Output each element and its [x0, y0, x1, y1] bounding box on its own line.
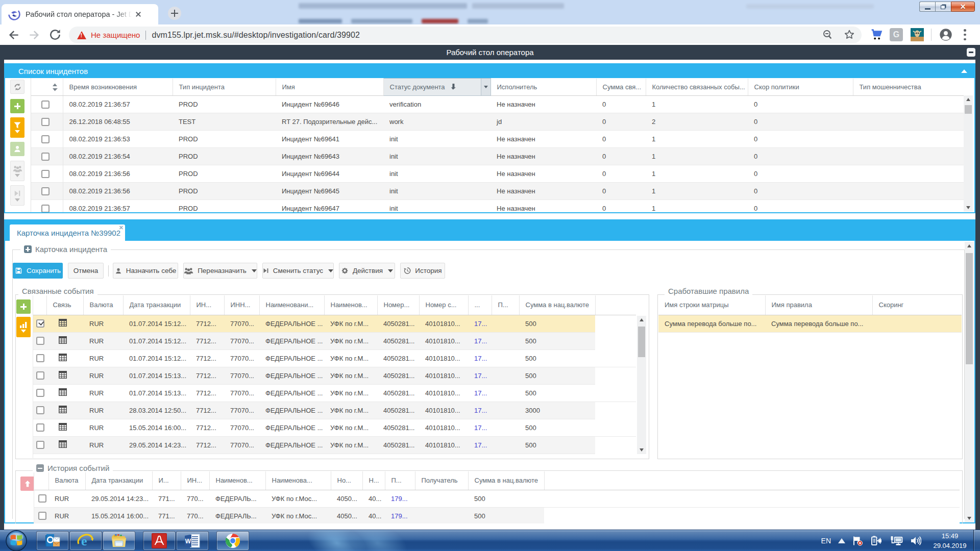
related-column-header[interactable]: Дата транзакции — [123, 295, 190, 315]
history-column-header[interactable]: ИН... — [181, 471, 209, 490]
rules-column-header[interactable]: Имя правила — [765, 295, 872, 315]
incident-row[interactable]: 26.12.2018 06:48:55TESTRT 27. Подозрител… — [31, 113, 964, 131]
history-row[interactable]: RUR29.05.2014 14:23...771...770...ФЕДЕРА… — [34, 490, 960, 507]
show-desktop-button[interactable] — [973, 530, 980, 551]
related-event-row[interactable]: RUR29.05.2014 14:23...7712...77070...ФЕД… — [33, 436, 636, 454]
assign-user-button[interactable] — [10, 142, 24, 156]
tray-expand-icon[interactable] — [838, 538, 845, 543]
address-bar[interactable]: Не защищено dvm155.lpr.jet.msk.su/#deskt… — [69, 27, 862, 43]
row-checkbox[interactable] — [36, 319, 44, 328]
related-column-header[interactable]: ИН... — [190, 295, 224, 315]
column-header-count[interactable]: Количество связанных собы... — [646, 79, 748, 96]
filter-button[interactable] — [10, 117, 24, 138]
incident-row[interactable]: 08.02.2019 21:36:56PRODИнцидент №69644in… — [31, 165, 964, 183]
related-event-row[interactable]: RUR01.07.2014 15:12...7712...77070...ФЕД… — [33, 332, 636, 349]
row-checkbox[interactable] — [41, 205, 50, 212]
new-tab-button[interactable] — [168, 7, 181, 20]
volume-icon[interactable] — [910, 536, 921, 546]
column-menu-button[interactable] — [481, 79, 491, 95]
incident-row[interactable]: 08.02.2019 21:36:56PRODИнцидент №69645in… — [31, 183, 964, 200]
related-column-header[interactable]: Связь — [46, 295, 83, 315]
scroll-down-icon[interactable] — [637, 446, 646, 454]
column-header-name[interactable]: Имя — [276, 79, 383, 96]
cell-link-icon[interactable] — [46, 349, 83, 367]
cell-link[interactable]: 17... — [468, 332, 492, 349]
related-event-row[interactable]: RUR01.07.2014 15:13...7712...77070...ФЕД… — [33, 367, 636, 384]
row-checkbox[interactable] — [41, 170, 50, 178]
scrollbar-thumb[interactable] — [966, 253, 973, 364]
start-button[interactable] — [5, 530, 28, 551]
scroll-up-icon[interactable] — [637, 316, 646, 324]
history-column-header[interactable]: Дата транзакции — [85, 471, 152, 490]
card-tab-close-icon[interactable]: ✕ — [119, 224, 124, 231]
rule-row[interactable]: Сумма перевода больше по...Сумма перевод… — [658, 315, 962, 332]
panel-collapse-icon[interactable] — [961, 69, 967, 73]
cell-link[interactable]: 17... — [468, 367, 492, 384]
change-status-button[interactable]: Сменить статус — [262, 263, 334, 279]
row-checkbox[interactable] — [36, 337, 44, 345]
history-row[interactable]: RUR15.05.2014 16:00...771...770...ФЕДЕРА… — [34, 507, 960, 523]
related-column-header[interactable]: ... — [468, 295, 492, 315]
back-icon[interactable] — [7, 28, 20, 41]
history-column-header[interactable]: И... — [152, 471, 181, 490]
bookmark-star-icon[interactable] — [843, 29, 855, 41]
cell-link[interactable]: 17... — [468, 402, 492, 419]
column-header-assignee[interactable]: Исполнитель — [491, 79, 596, 96]
cell-link-icon[interactable] — [46, 402, 83, 419]
collapse-section-icon[interactable] — [36, 464, 44, 472]
zoom-icon[interactable] — [822, 29, 834, 41]
related-event-row[interactable]: RUR28.03.2014 12:50...7712...77070...ФЕД… — [33, 402, 636, 419]
incident-row[interactable]: 08.02.2019 21:36:53PRODИнцидент №69641in… — [31, 131, 964, 148]
related-event-row[interactable]: RUR01.07.2014 15:12...7712...77070...ФЕД… — [33, 349, 636, 367]
row-checkbox[interactable] — [36, 406, 44, 414]
taskbar-app-chrome[interactable] — [216, 531, 249, 550]
save-button[interactable]: Сохранить — [13, 263, 63, 279]
cart-extension-icon[interactable] — [869, 28, 884, 42]
row-checkbox[interactable] — [41, 135, 50, 143]
scrollbar-thumb[interactable] — [965, 105, 972, 114]
security-warning-icon[interactable] — [77, 31, 86, 39]
forward-icon[interactable] — [28, 28, 41, 41]
tab-close-icon[interactable] — [134, 10, 143, 19]
refresh-button[interactable] — [10, 80, 24, 94]
taskbar-app-word[interactable]: W — [176, 531, 209, 550]
scroll-up-icon[interactable] — [965, 242, 974, 250]
restore-button[interactable] — [935, 2, 951, 12]
row-checkbox[interactable] — [36, 441, 44, 449]
related-event-row[interactable]: RUR01.07.2014 15:12...7712...77070...ФЕД… — [33, 315, 636, 332]
history-column-header[interactable]: Валюта — [48, 471, 85, 490]
related-column-header[interactable]: Сумма в нац.валюте — [519, 295, 595, 315]
incident-row[interactable]: 08.02.2019 21:36:57PRODИнцидент №69646ve… — [31, 96, 964, 113]
cell-link-icon[interactable] — [46, 436, 83, 454]
history-column-header[interactable]: Наименова... — [265, 471, 331, 490]
menu-dots-icon[interactable] — [964, 29, 966, 40]
scroll-down-icon[interactable] — [964, 204, 973, 212]
g-extension-icon[interactable]: G — [890, 28, 903, 41]
add-event-button[interactable] — [16, 299, 31, 314]
taskbar-app-file-explorer[interactable] — [103, 531, 135, 550]
cell-link-icon[interactable] — [46, 367, 83, 384]
scroll-down-icon[interactable] — [965, 514, 974, 522]
security-warning-label[interactable]: Не защищено — [91, 31, 140, 39]
cell-link-icon[interactable] — [46, 332, 83, 349]
taskbar-app-acrobat-reader[interactable] — [143, 531, 176, 550]
cell-link[interactable]: 17... — [468, 436, 492, 454]
history-column-header[interactable]: Сумма в нац.валюте — [468, 471, 544, 490]
related-column-header[interactable]: ИНН... — [224, 295, 259, 315]
history-column-header[interactable]: Наименов... — [209, 471, 265, 490]
move-up-button[interactable] — [20, 477, 35, 491]
collapse-section-icon[interactable] — [24, 245, 32, 253]
history-button[interactable]: История — [400, 263, 445, 279]
rules-column-header[interactable]: Имя строки матрицы — [658, 295, 765, 315]
column-select[interactable] — [34, 471, 48, 490]
cell-link-icon[interactable] — [46, 419, 83, 436]
history-column-header[interactable]: Но... — [331, 471, 362, 490]
row-checkbox[interactable] — [38, 494, 46, 503]
card-scrollbar[interactable] — [965, 242, 974, 522]
chart-button[interactable] — [16, 317, 31, 337]
cell-link[interactable]: 179... — [385, 507, 415, 523]
network-icon[interactable] — [890, 536, 903, 546]
incident-list-heading[interactable]: Список инцидентов — [5, 64, 974, 78]
related-events-scrollbar[interactable] — [637, 316, 646, 454]
minimize-button[interactable] — [919, 2, 935, 12]
